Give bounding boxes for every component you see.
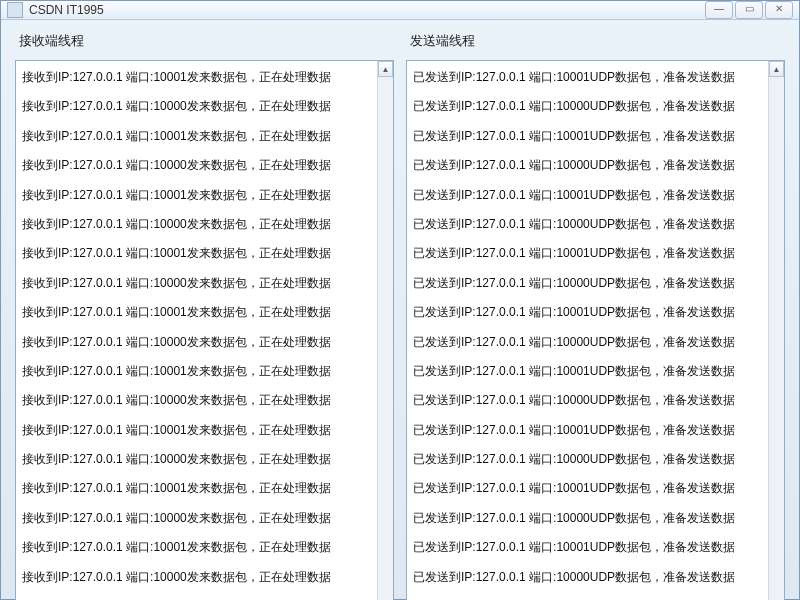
scroll-track[interactable] xyxy=(769,77,784,600)
list-item[interactable]: 接收到IP:127.0.0.1 端口:10001发来数据包，正在处理数据 xyxy=(16,122,377,151)
receive-panel-title: 接收端线程 xyxy=(19,32,394,50)
list-item[interactable]: 接收到IP:127.0.0.1 端口:10001发来数据包，正在处理数据 xyxy=(16,181,377,210)
list-item[interactable]: 接收到IP:127.0.0.1 端口:10001发来数据包，正在处理数据 xyxy=(16,416,377,445)
maximize-button[interactable]: ▭ xyxy=(735,1,763,19)
window-title: CSDN IT1995 xyxy=(29,3,705,17)
list-item[interactable]: 接收到IP:127.0.0.1 端口:10000发来数据包，正在处理数据 xyxy=(16,210,377,239)
list-item[interactable]: 已发送到IP:127.0.0.1 端口:10001UDP数据包，准备发送数据 xyxy=(407,592,768,600)
list-item[interactable]: 已发送到IP:127.0.0.1 端口:10000UDP数据包，准备发送数据 xyxy=(407,386,768,415)
list-item[interactable]: 已发送到IP:127.0.0.1 端口:10001UDP数据包，准备发送数据 xyxy=(407,416,768,445)
list-item[interactable]: 已发送到IP:127.0.0.1 端口:10000UDP数据包，准备发送数据 xyxy=(407,445,768,474)
receive-listbox[interactable]: 接收到IP:127.0.0.1 端口:10001发来数据包，正在处理数据接收到I… xyxy=(16,61,377,600)
list-item[interactable]: 已发送到IP:127.0.0.1 端口:10000UDP数据包，准备发送数据 xyxy=(407,328,768,357)
list-item[interactable]: 已发送到IP:127.0.0.1 端口:10001UDP数据包，准备发送数据 xyxy=(407,122,768,151)
list-item[interactable]: 已发送到IP:127.0.0.1 端口:10000UDP数据包，准备发送数据 xyxy=(407,92,768,121)
list-item[interactable]: 已发送到IP:127.0.0.1 端口:10000UDP数据包，准备发送数据 xyxy=(407,151,768,180)
app-window: CSDN IT1995 — ▭ ✕ 接收端线程 接收到IP:127.0.0.1 … xyxy=(0,0,800,600)
send-listbox-wrap: 已发送到IP:127.0.0.1 端口:10001UDP数据包，准备发送数据已发… xyxy=(406,60,785,600)
list-item[interactable]: 接收到IP:127.0.0.1 端口:10001发来数据包，正在处理数据 xyxy=(16,533,377,562)
list-item[interactable]: 已发送到IP:127.0.0.1 端口:10001UDP数据包，准备发送数据 xyxy=(407,533,768,562)
send-scrollbar[interactable]: ▲ ▼ xyxy=(768,61,784,600)
list-item[interactable]: 已发送到IP:127.0.0.1 端口:10001UDP数据包，准备发送数据 xyxy=(407,357,768,386)
list-item[interactable]: 已发送到IP:127.0.0.1 端口:10001UDP数据包，准备发送数据 xyxy=(407,63,768,92)
receive-scrollbar[interactable]: ▲ ▼ xyxy=(377,61,393,600)
list-item[interactable]: 已发送到IP:127.0.0.1 端口:10001UDP数据包，准备发送数据 xyxy=(407,474,768,503)
titlebar[interactable]: CSDN IT1995 — ▭ ✕ xyxy=(1,1,799,20)
scroll-up-icon[interactable]: ▲ xyxy=(378,61,393,77)
list-item[interactable]: 接收到IP:127.0.0.1 端口:10000发来数据包，正在处理数据 xyxy=(16,504,377,533)
list-item[interactable]: 接收到IP:127.0.0.1 端口:10000发来数据包，正在处理数据 xyxy=(16,151,377,180)
list-item[interactable]: 已发送到IP:127.0.0.1 端口:10001UDP数据包，准备发送数据 xyxy=(407,181,768,210)
window-controls: — ▭ ✕ xyxy=(705,1,793,19)
list-item[interactable]: 接收到IP:127.0.0.1 端口:10000发来数据包，正在处理数据 xyxy=(16,328,377,357)
receive-listbox-wrap: 接收到IP:127.0.0.1 端口:10001发来数据包，正在处理数据接收到I… xyxy=(15,60,394,600)
list-item[interactable]: 接收到IP:127.0.0.1 端口:10000发来数据包，正在处理数据 xyxy=(16,445,377,474)
list-item[interactable]: 已发送到IP:127.0.0.1 端口:10000UDP数据包，准备发送数据 xyxy=(407,504,768,533)
list-item[interactable]: 已发送到IP:127.0.0.1 端口:10000UDP数据包，准备发送数据 xyxy=(407,269,768,298)
list-item[interactable]: 已发送到IP:127.0.0.1 端口:10000UDP数据包，准备发送数据 xyxy=(407,210,768,239)
scroll-up-icon[interactable]: ▲ xyxy=(769,61,784,77)
send-panel: 发送端线程 已发送到IP:127.0.0.1 端口:10001UDP数据包，准备… xyxy=(406,32,785,600)
send-panel-title: 发送端线程 xyxy=(410,32,785,50)
list-item[interactable]: 已发送到IP:127.0.0.1 端口:10001UDP数据包，准备发送数据 xyxy=(407,239,768,268)
list-item[interactable]: 接收到IP:127.0.0.1 端口:10000发来数据包，正在处理数据 xyxy=(16,92,377,121)
list-item[interactable]: 接收到IP:127.0.0.1 端口:10001发来数据包，正在处理数据 xyxy=(16,357,377,386)
list-item[interactable]: 已发送到IP:127.0.0.1 端口:10001UDP数据包，准备发送数据 xyxy=(407,298,768,327)
list-item[interactable]: 接收到IP:127.0.0.1 端口:10001发来数据包，正在处理数据 xyxy=(16,592,377,600)
send-listbox[interactable]: 已发送到IP:127.0.0.1 端口:10001UDP数据包，准备发送数据已发… xyxy=(407,61,768,600)
receive-panel: 接收端线程 接收到IP:127.0.0.1 端口:10001发来数据包，正在处理… xyxy=(15,32,394,600)
list-item[interactable]: 接收到IP:127.0.0.1 端口:10001发来数据包，正在处理数据 xyxy=(16,239,377,268)
list-item[interactable]: 接收到IP:127.0.0.1 端口:10001发来数据包，正在处理数据 xyxy=(16,474,377,503)
list-item[interactable]: 已发送到IP:127.0.0.1 端口:10000UDP数据包，准备发送数据 xyxy=(407,563,768,592)
client-area: 接收端线程 接收到IP:127.0.0.1 端口:10001发来数据包，正在处理… xyxy=(1,20,799,600)
list-item[interactable]: 接收到IP:127.0.0.1 端口:10001发来数据包，正在处理数据 xyxy=(16,63,377,92)
list-item[interactable]: 接收到IP:127.0.0.1 端口:10001发来数据包，正在处理数据 xyxy=(16,298,377,327)
scroll-track[interactable] xyxy=(378,77,393,600)
list-item[interactable]: 接收到IP:127.0.0.1 端口:10000发来数据包，正在处理数据 xyxy=(16,386,377,415)
close-button[interactable]: ✕ xyxy=(765,1,793,19)
minimize-button[interactable]: — xyxy=(705,1,733,19)
app-icon xyxy=(7,2,23,18)
list-item[interactable]: 接收到IP:127.0.0.1 端口:10000发来数据包，正在处理数据 xyxy=(16,269,377,298)
list-item[interactable]: 接收到IP:127.0.0.1 端口:10000发来数据包，正在处理数据 xyxy=(16,563,377,592)
